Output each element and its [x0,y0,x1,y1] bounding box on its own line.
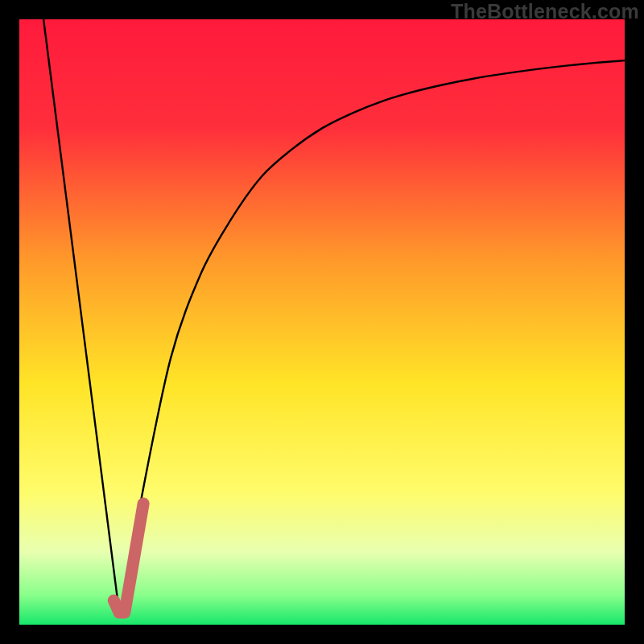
bottleneck-chart [19,19,625,625]
chart-frame: TheBottleneck.com [0,0,644,644]
plot-area [19,19,625,625]
watermark-text: TheBottleneck.com [451,0,639,23]
